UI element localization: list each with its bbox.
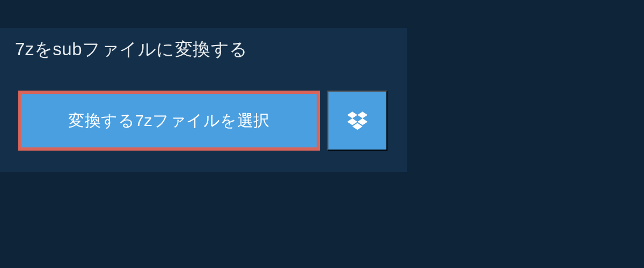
select-file-label: 変換する7zファイルを選択 <box>68 110 269 132</box>
dropbox-icon <box>347 110 368 132</box>
page-title: 7zをsubファイルに変換する <box>0 28 263 71</box>
select-file-button[interactable]: 変換する7zファイルを選択 <box>18 91 320 151</box>
action-row: 変換する7zファイルを選択 <box>0 91 407 151</box>
dropbox-button[interactable] <box>327 91 387 151</box>
converter-panel: 7zをsubファイルに変換する 変換する7zファイルを選択 <box>0 28 407 172</box>
